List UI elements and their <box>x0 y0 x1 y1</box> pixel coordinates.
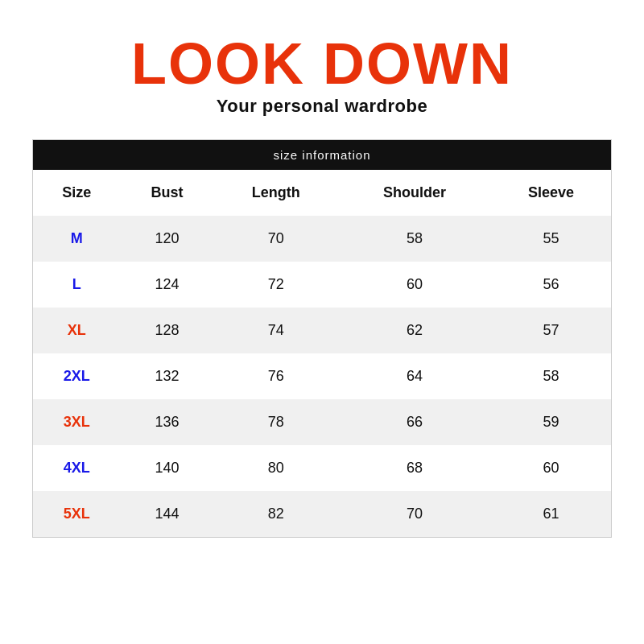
table-row: XL 128 74 62 57 <box>33 308 611 353</box>
size-label: 3XL <box>64 414 90 430</box>
cell-shoulder: 64 <box>338 353 491 399</box>
size-table: Size Bust Length Shoulder Sleeve M 120 7… <box>33 170 611 537</box>
brand-title: LOOK DOWN <box>131 32 513 96</box>
brand-tagline: Your personal wardrobe <box>217 96 427 117</box>
cell-size: 2XL <box>33 353 120 399</box>
cell-sleeve: 56 <box>491 262 611 308</box>
cell-size: XL <box>33 308 120 353</box>
size-label: XL <box>68 322 86 338</box>
table-row: M 120 70 58 55 <box>33 216 611 262</box>
cell-bust: 128 <box>120 308 213 353</box>
cell-shoulder: 70 <box>338 491 491 537</box>
col-header-length: Length <box>213 170 338 216</box>
table-row: 4XL 140 80 68 60 <box>33 445 611 491</box>
cell-length: 80 <box>213 445 338 491</box>
cell-size: 4XL <box>33 445 120 491</box>
cell-size: 5XL <box>33 491 120 537</box>
table-row: L 124 72 60 56 <box>33 262 611 308</box>
cell-shoulder: 58 <box>338 216 491 262</box>
table-header-row: Size Bust Length Shoulder Sleeve <box>33 170 611 216</box>
table-row: 2XL 132 76 64 58 <box>33 353 611 399</box>
col-header-bust: Bust <box>120 170 213 216</box>
cell-length: 70 <box>213 216 338 262</box>
cell-sleeve: 55 <box>491 216 611 262</box>
size-label: 2XL <box>64 368 90 384</box>
size-label: L <box>72 276 81 292</box>
cell-bust: 132 <box>120 353 213 399</box>
cell-length: 72 <box>213 262 338 308</box>
cell-size: M <box>33 216 120 262</box>
table-row: 5XL 144 82 70 61 <box>33 491 611 537</box>
col-header-size: Size <box>33 170 120 216</box>
size-label: 4XL <box>64 460 90 476</box>
cell-sleeve: 60 <box>491 445 611 491</box>
cell-bust: 124 <box>120 262 213 308</box>
cell-size: L <box>33 262 120 308</box>
cell-length: 74 <box>213 308 338 353</box>
cell-sleeve: 57 <box>491 308 611 353</box>
cell-sleeve: 58 <box>491 353 611 399</box>
cell-shoulder: 68 <box>338 445 491 491</box>
size-table-wrapper: size information Size Bust Length Should… <box>32 139 612 538</box>
cell-length: 78 <box>213 399 338 445</box>
cell-shoulder: 66 <box>338 399 491 445</box>
size-info-header: size information <box>33 140 611 170</box>
size-label: 5XL <box>64 506 90 522</box>
cell-shoulder: 62 <box>338 308 491 353</box>
cell-sleeve: 59 <box>491 399 611 445</box>
col-header-shoulder: Shoulder <box>338 170 491 216</box>
cell-shoulder: 60 <box>338 262 491 308</box>
cell-bust: 136 <box>120 399 213 445</box>
cell-size: 3XL <box>33 399 120 445</box>
cell-bust: 120 <box>120 216 213 262</box>
cell-sleeve: 61 <box>491 491 611 537</box>
col-header-sleeve: Sleeve <box>491 170 611 216</box>
table-row: 3XL 136 78 66 59 <box>33 399 611 445</box>
size-label: M <box>71 230 83 246</box>
cell-bust: 144 <box>120 491 213 537</box>
cell-length: 76 <box>213 353 338 399</box>
cell-length: 82 <box>213 491 338 537</box>
cell-bust: 140 <box>120 445 213 491</box>
